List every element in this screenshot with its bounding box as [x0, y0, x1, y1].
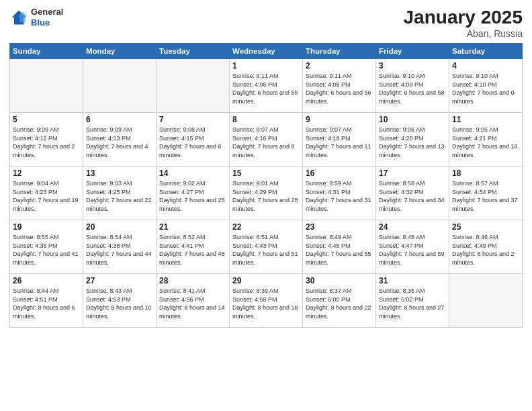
weekday-header: Saturday: [449, 44, 523, 59]
cell-info: Sunrise: 8:46 AMSunset: 4:49 PMDaylight:…: [452, 233, 519, 267]
calendar-cell: 10Sunrise: 9:06 AMSunset: 4:20 PMDayligh…: [376, 113, 449, 167]
weekday-header: Friday: [376, 44, 449, 59]
cell-day-number: 2: [306, 61, 373, 71]
weekday-header: Sunday: [10, 44, 83, 59]
cell-day-number: 9: [306, 115, 373, 124]
cell-day-number: 5: [13, 115, 80, 124]
cell-info: Sunrise: 9:09 AMSunset: 4:13 PMDaylight:…: [86, 126, 153, 159]
cell-info: Sunrise: 9:08 AMSunset: 4:15 PMDaylight:…: [159, 126, 226, 159]
cell-info: Sunrise: 9:10 AMSunset: 4:09 PMDaylight:…: [379, 72, 446, 105]
cell-info: Sunrise: 8:48 AMSunset: 4:47 PMDaylight:…: [379, 233, 446, 267]
calendar-week-row: 1Sunrise: 9:11 AMSunset: 4:06 PMDaylight…: [10, 59, 523, 113]
cell-day-number: 20: [86, 222, 153, 232]
cell-info: Sunrise: 8:49 AMSunset: 4:45 PMDaylight:…: [306, 233, 373, 267]
calendar-cell: [10, 59, 83, 113]
cell-day-number: 25: [452, 222, 519, 232]
calendar-cell: 27Sunrise: 8:43 AMSunset: 4:53 PMDayligh…: [83, 274, 157, 328]
header: General Blue January 2025 Aban, Russia: [9, 7, 523, 39]
cell-day-number: 29: [232, 276, 300, 285]
cell-info: Sunrise: 9:01 AMSunset: 4:29 PMDaylight:…: [232, 179, 300, 213]
cell-day-number: 4: [452, 61, 519, 71]
logo-blue: Blue: [31, 17, 63, 28]
calendar-cell: 16Sunrise: 8:59 AMSunset: 4:31 PMDayligh…: [303, 167, 376, 220]
calendar-cell: 3Sunrise: 9:10 AMSunset: 4:09 PMDaylight…: [376, 59, 449, 113]
weekday-header: Tuesday: [157, 44, 230, 59]
calendar-cell: 18Sunrise: 8:57 AMSunset: 4:34 PMDayligh…: [449, 167, 523, 220]
calendar-cell: 14Sunrise: 9:02 AMSunset: 4:27 PMDayligh…: [157, 167, 230, 220]
cell-day-number: 13: [86, 169, 153, 178]
cell-day-number: 30: [306, 276, 373, 285]
calendar-cell: 2Sunrise: 9:11 AMSunset: 4:08 PMDaylight…: [303, 59, 376, 113]
cell-day-number: 18: [452, 169, 519, 178]
cell-info: Sunrise: 8:37 AMSunset: 5:00 PMDaylight:…: [306, 287, 373, 320]
weekday-header: Wednesday: [230, 44, 303, 59]
cell-info: Sunrise: 8:52 AMSunset: 4:41 PMDaylight:…: [159, 233, 226, 267]
calendar: SundayMondayTuesdayWednesdayThursdayFrid…: [9, 43, 523, 328]
weekday-header: Thursday: [303, 44, 376, 59]
calendar-cell: 7Sunrise: 9:08 AMSunset: 4:15 PMDaylight…: [157, 113, 230, 167]
calendar-cell: 23Sunrise: 8:49 AMSunset: 4:45 PMDayligh…: [303, 220, 376, 274]
calendar-cell: 1Sunrise: 9:11 AMSunset: 4:06 PMDaylight…: [230, 59, 303, 113]
calendar-cell: 31Sunrise: 8:35 AMSunset: 5:02 PMDayligh…: [376, 274, 449, 328]
calendar-week-row: 5Sunrise: 9:09 AMSunset: 4:12 PMDaylight…: [10, 113, 523, 167]
cell-day-number: 17: [379, 169, 446, 178]
calendar-week-row: 26Sunrise: 8:44 AMSunset: 4:51 PMDayligh…: [10, 274, 523, 328]
weekday-header-row: SundayMondayTuesdayWednesdayThursdayFrid…: [10, 44, 523, 59]
cell-day-number: 31: [379, 276, 446, 285]
cell-info: Sunrise: 9:02 AMSunset: 4:27 PMDaylight:…: [159, 179, 226, 213]
cell-day-number: 14: [159, 169, 226, 178]
calendar-cell: 30Sunrise: 8:37 AMSunset: 5:00 PMDayligh…: [303, 274, 376, 328]
cell-info: Sunrise: 9:10 AMSunset: 4:10 PMDaylight:…: [452, 72, 519, 105]
cell-day-number: 24: [379, 222, 446, 232]
cell-info: Sunrise: 8:59 AMSunset: 4:31 PMDaylight:…: [306, 179, 373, 213]
calendar-cell: 4Sunrise: 9:10 AMSunset: 4:10 PMDaylight…: [449, 59, 523, 113]
title-block: January 2025 Aban, Russia: [404, 7, 523, 39]
cell-info: Sunrise: 9:03 AMSunset: 4:25 PMDaylight:…: [86, 179, 153, 213]
calendar-cell: 22Sunrise: 8:51 AMSunset: 4:43 PMDayligh…: [230, 220, 303, 274]
cell-day-number: 16: [306, 169, 373, 178]
cell-info: Sunrise: 8:44 AMSunset: 4:51 PMDaylight:…: [13, 287, 80, 320]
cell-info: Sunrise: 9:11 AMSunset: 4:06 PMDaylight:…: [232, 72, 300, 105]
calendar-cell: 6Sunrise: 9:09 AMSunset: 4:13 PMDaylight…: [83, 113, 157, 167]
calendar-cell: [449, 274, 523, 328]
calendar-cell: 11Sunrise: 9:05 AMSunset: 4:21 PMDayligh…: [449, 113, 523, 167]
cell-info: Sunrise: 9:09 AMSunset: 4:12 PMDaylight:…: [13, 126, 80, 159]
logo: General Blue: [9, 7, 63, 28]
cell-day-number: 21: [159, 222, 226, 232]
calendar-cell: 26Sunrise: 8:44 AMSunset: 4:51 PMDayligh…: [10, 274, 83, 328]
month-title: January 2025: [404, 7, 523, 28]
calendar-cell: 15Sunrise: 9:01 AMSunset: 4:29 PMDayligh…: [230, 167, 303, 220]
calendar-cell: 19Sunrise: 8:55 AMSunset: 4:36 PMDayligh…: [10, 220, 83, 274]
cell-day-number: 12: [13, 169, 80, 178]
cell-info: Sunrise: 8:41 AMSunset: 4:56 PMDaylight:…: [159, 287, 226, 320]
calendar-cell: 8Sunrise: 9:07 AMSunset: 4:16 PMDaylight…: [230, 113, 303, 167]
cell-info: Sunrise: 8:58 AMSunset: 4:32 PMDaylight:…: [379, 179, 446, 213]
calendar-cell: 9Sunrise: 9:07 AMSunset: 4:18 PMDaylight…: [303, 113, 376, 167]
cell-info: Sunrise: 9:11 AMSunset: 4:08 PMDaylight:…: [306, 72, 373, 105]
calendar-cell: 12Sunrise: 9:04 AMSunset: 4:23 PMDayligh…: [10, 167, 83, 220]
cell-day-number: 28: [159, 276, 226, 285]
cell-day-number: 8: [232, 115, 300, 124]
cell-day-number: 10: [379, 115, 446, 124]
location: Aban, Russia: [404, 28, 523, 39]
logo-icon: [9, 8, 28, 27]
cell-info: Sunrise: 9:06 AMSunset: 4:20 PMDaylight:…: [379, 126, 446, 159]
cell-day-number: 1: [232, 61, 300, 71]
cell-info: Sunrise: 9:04 AMSunset: 4:23 PMDaylight:…: [13, 179, 80, 213]
calendar-cell: [83, 59, 157, 113]
calendar-cell: 28Sunrise: 8:41 AMSunset: 4:56 PMDayligh…: [157, 274, 230, 328]
cell-day-number: 26: [13, 276, 80, 285]
calendar-cell: 24Sunrise: 8:48 AMSunset: 4:47 PMDayligh…: [376, 220, 449, 274]
cell-info: Sunrise: 8:57 AMSunset: 4:34 PMDaylight:…: [452, 179, 519, 213]
calendar-cell: 13Sunrise: 9:03 AMSunset: 4:25 PMDayligh…: [83, 167, 157, 220]
cell-info: Sunrise: 8:54 AMSunset: 4:38 PMDaylight:…: [86, 233, 153, 267]
calendar-cell: [157, 59, 230, 113]
calendar-week-row: 19Sunrise: 8:55 AMSunset: 4:36 PMDayligh…: [10, 220, 523, 274]
logo-general: General: [31, 7, 63, 17]
cell-info: Sunrise: 8:43 AMSunset: 4:53 PMDaylight:…: [86, 287, 153, 320]
calendar-cell: 21Sunrise: 8:52 AMSunset: 4:41 PMDayligh…: [157, 220, 230, 274]
cell-info: Sunrise: 8:39 AMSunset: 4:58 PMDaylight:…: [232, 287, 300, 320]
page-container: General Blue January 2025 Aban, Russia S…: [0, 0, 532, 411]
cell-day-number: 6: [86, 115, 153, 124]
cell-info: Sunrise: 9:05 AMSunset: 4:21 PMDaylight:…: [452, 126, 519, 159]
